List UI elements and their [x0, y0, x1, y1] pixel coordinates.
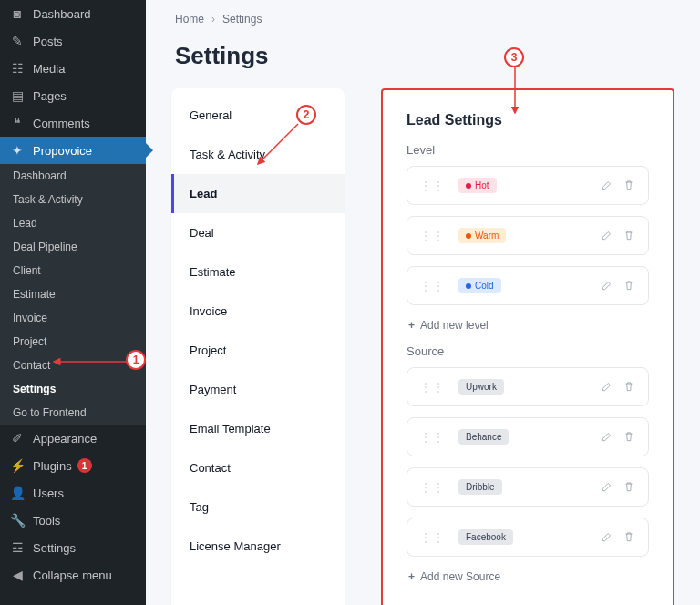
- breadcrumb-current: Settings: [222, 13, 262, 26]
- sub-client[interactable]: Client: [0, 259, 146, 282]
- sub-pipeline[interactable]: Deal Pipeline: [0, 235, 146, 259]
- level-label: Cold: [475, 281, 494, 291]
- menu-collapse[interactable]: ◀Collapse menu: [0, 561, 146, 589]
- menu-media[interactable]: ☷Media: [0, 55, 146, 82]
- edit-icon[interactable]: [601, 380, 613, 395]
- annotation-1: 1: [126, 350, 146, 370]
- plus-icon: +: [408, 570, 415, 583]
- dot-icon: [466, 183, 471, 189]
- delete-icon[interactable]: [623, 380, 635, 395]
- level-pill: Hot: [458, 178, 497, 193]
- sub-lead[interactable]: Lead: [0, 211, 146, 235]
- wrench-icon: 🔧: [9, 512, 26, 528]
- edit-icon[interactable]: [601, 530, 613, 545]
- sub-contact[interactable]: Contact: [0, 354, 146, 377]
- level-row-warm: ⋮⋮ Warm: [407, 216, 649, 255]
- source-label: Dribble: [466, 482, 495, 492]
- drag-handle-icon[interactable]: ⋮⋮: [420, 381, 446, 394]
- menu-appearance[interactable]: ✐Appearance: [0, 425, 146, 452]
- tab-estimate[interactable]: Estimate: [171, 252, 345, 292]
- tab-invoice[interactable]: Invoice: [171, 292, 345, 331]
- tab-tag[interactable]: Tag: [171, 487, 345, 527]
- edit-icon[interactable]: [601, 279, 613, 293]
- pages-icon: ▤: [9, 87, 26, 104]
- menu-comments[interactable]: ❝Comments: [0, 109, 146, 137]
- label: Dashboard: [33, 7, 91, 21]
- level-row-hot: ⋮⋮ Hot: [407, 166, 649, 205]
- sub-estimate[interactable]: Estimate: [0, 282, 146, 306]
- drag-handle-icon[interactable]: ⋮⋮: [420, 179, 446, 192]
- sub-task[interactable]: Task & Activity: [0, 188, 146, 211]
- delete-icon[interactable]: [623, 279, 635, 293]
- label: Pages: [33, 89, 67, 103]
- tab-deal[interactable]: Deal: [171, 213, 345, 252]
- menu-posts[interactable]: ✎Posts: [0, 27, 146, 55]
- sub-settings[interactable]: Settings: [0, 377, 146, 401]
- settings-layout: General Task & Activity Lead Deal Estima…: [171, 88, 674, 605]
- drag-handle-icon[interactable]: ⋮⋮: [420, 531, 446, 544]
- drag-handle-icon[interactable]: ⋮⋮: [420, 431, 446, 444]
- edit-icon[interactable]: [601, 430, 613, 445]
- sub-dashboard[interactable]: Dashboard: [0, 164, 146, 188]
- row-actions: [601, 380, 635, 395]
- main-content: Home › Settings Settings General Task & …: [146, 0, 700, 605]
- collapse-icon: ◀: [9, 567, 26, 583]
- label: Plugins: [33, 459, 72, 473]
- edit-icon[interactable]: [601, 229, 613, 243]
- media-icon: ☷: [9, 60, 26, 77]
- edit-icon[interactable]: [601, 480, 613, 495]
- settings-tabs: General Task & Activity Lead Deal Estima…: [171, 88, 345, 605]
- tab-general[interactable]: General: [171, 96, 345, 135]
- tab-contact[interactable]: Contact: [171, 448, 345, 487]
- delete-icon[interactable]: [623, 480, 635, 495]
- menu-propovoice[interactable]: ✦Propovoice: [0, 137, 146, 164]
- sub-frontend[interactable]: Go to Frontend: [0, 401, 146, 425]
- menu-users[interactable]: 👤Users: [0, 479, 146, 507]
- delete-icon[interactable]: [623, 179, 635, 193]
- dot-icon: [466, 283, 471, 289]
- level-pill: Warm: [458, 228, 506, 243]
- row-actions: [601, 179, 635, 193]
- chevron-right-icon: ›: [211, 13, 215, 26]
- tab-project[interactable]: Project: [171, 331, 345, 370]
- menu-settings[interactable]: ☲Settings: [0, 534, 146, 561]
- label: Tools: [33, 514, 60, 528]
- tab-license[interactable]: License Manager: [171, 527, 345, 566]
- drag-handle-icon[interactable]: ⋮⋮: [420, 280, 446, 292]
- tab-lead[interactable]: Lead: [171, 174, 345, 213]
- delete-icon[interactable]: [623, 229, 635, 243]
- tab-email[interactable]: Email Template: [171, 409, 345, 448]
- annotation-2: 2: [296, 105, 316, 125]
- delete-icon[interactable]: [623, 530, 635, 545]
- source-pill: Upwork: [458, 379, 504, 395]
- menu-dashboard[interactable]: ◙Dashboard: [0, 0, 146, 27]
- source-row-dribble: ⋮⋮ Dribble: [407, 467, 649, 507]
- pin-icon: ✎: [9, 33, 26, 49]
- source-pill: Behance: [458, 429, 509, 445]
- panel-wrap: Lead Settings Level ⋮⋮ Hot ⋮⋮ Warm: [345, 88, 674, 605]
- menu-tools[interactable]: 🔧Tools: [0, 507, 146, 534]
- add-source-button[interactable]: +Add new Source: [407, 570, 500, 583]
- tab-payment[interactable]: Payment: [171, 370, 345, 409]
- edit-icon[interactable]: [601, 179, 613, 193]
- drag-handle-icon[interactable]: ⋮⋮: [420, 230, 446, 242]
- label: Settings: [33, 541, 76, 555]
- label: Posts: [33, 35, 63, 48]
- breadcrumb-home[interactable]: Home: [175, 13, 204, 26]
- menu-pages[interactable]: ▤Pages: [0, 82, 146, 109]
- label: Propovoice: [33, 144, 92, 158]
- delete-icon[interactable]: [623, 430, 635, 445]
- row-actions: [601, 229, 635, 243]
- sub-project[interactable]: Project: [0, 330, 146, 354]
- menu-plugins[interactable]: ⚡Plugins1: [0, 452, 146, 479]
- level-section-label: Level: [407, 143, 649, 157]
- drag-handle-icon[interactable]: ⋮⋮: [420, 481, 446, 494]
- level-pill: Cold: [458, 278, 501, 293]
- level-label: Hot: [475, 180, 489, 190]
- tab-task[interactable]: Task & Activity: [171, 135, 345, 174]
- plus-icon: +: [408, 319, 415, 332]
- dashboard-icon: ◙: [9, 5, 26, 22]
- row-actions: [601, 530, 635, 545]
- add-level-button[interactable]: +Add new level: [407, 319, 489, 332]
- sub-invoice[interactable]: Invoice: [0, 306, 146, 330]
